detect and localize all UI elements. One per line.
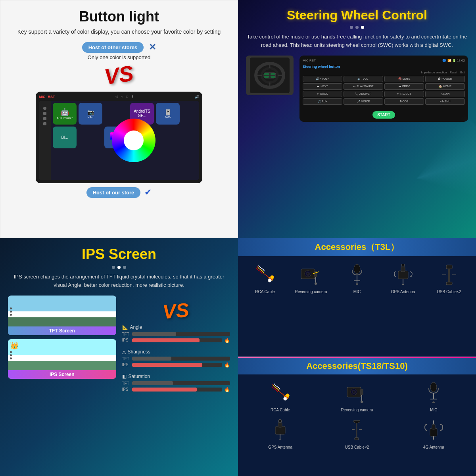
- sharpness-tft-label: TFT: [122, 357, 130, 361]
- steering-wheel-svg: [250, 58, 290, 93]
- volume-icon: 🔊: [195, 95, 199, 99]
- ts18-4g-item: 4G Antenna: [397, 416, 470, 450]
- swc-navi: △ NAVI: [425, 91, 465, 97]
- tft-sat-track: [132, 381, 230, 385]
- swc-mic-label: MIC RST: [303, 59, 316, 62]
- tft-screen-label: TFT Screen: [8, 326, 116, 335]
- app-icon-aux: 🎚️ AUX: [156, 103, 180, 125]
- swc-title: Steering wheel button: [303, 65, 465, 69]
- ips-dot-1: [112, 266, 115, 269]
- svg-rect-33: [446, 265, 452, 269]
- svg-point-13: [271, 276, 274, 279]
- svg-point-23: [354, 264, 360, 274]
- ts18-mic-icon: [420, 379, 447, 405]
- svg-point-39: [286, 394, 289, 397]
- device-sidebar: [39, 101, 51, 180]
- rst-label: RST: [48, 95, 55, 99]
- sharpness-ips-label: IPS: [122, 363, 130, 367]
- tft-sat-fill: [132, 381, 173, 385]
- swc-menu: ≡ MENU: [425, 98, 465, 105]
- t3l-camera-icon: [297, 261, 325, 287]
- acc-section-ts18: Accessories(TS18/TS10): [238, 358, 476, 476]
- gps-svg-t3l: [392, 263, 414, 285]
- ts18-title: Accessories(TS18/TS10): [238, 358, 476, 374]
- t3l-mic-icon: [343, 261, 371, 287]
- crown-icon: 👑: [10, 341, 19, 350]
- color-wheel-center: [124, 131, 144, 150]
- device-top-bar: MIC RST ◁ ○ □ ⬆ 🔊: [39, 95, 199, 99]
- saturation-emoji: 🔥: [224, 387, 230, 392]
- steering-content: MIC RST 🔵 📶 🔋 13:02 Steering wheel butto…: [246, 56, 468, 122]
- tft-sidebar-dots: [10, 307, 12, 316]
- 4g-svg-ts18: [423, 418, 445, 440]
- t3l-camera-item: Reversing camera: [290, 261, 332, 294]
- angle-icon: 📐: [122, 324, 128, 330]
- swc-device: MIC RST 🔵 📶 🔋 13:02 Steering wheel butto…: [299, 56, 468, 122]
- swc-time: 🔵 📶 🔋 13:02: [442, 59, 465, 62]
- x-mark-icon: ✕: [149, 42, 156, 52]
- svg-rect-29: [401, 267, 405, 272]
- panel-steering: Steering Wheel Control Take control of t…: [238, 0, 476, 238]
- nav-icon-back: ◁: [115, 95, 118, 99]
- color-wheel: [112, 119, 155, 162]
- ips-angle-fill: [132, 338, 200, 342]
- angle-ips-row: IPS 🔥: [122, 338, 230, 343]
- swc-reject: ✂ REJECT: [384, 91, 424, 97]
- host-store-bottom: Host of our store ✔: [8, 187, 230, 198]
- chart-sharpness: △ Sharpness TFT IPS: [122, 349, 230, 368]
- start-button[interactable]: START: [372, 111, 395, 119]
- swc-back: ↩ BACK: [303, 91, 342, 97]
- ips-sat-fill: [132, 388, 197, 392]
- t3l-items: RCA Cable: [244, 261, 470, 294]
- device-screen: MIC RST ◁ ○ □ ⬆ 🔊: [36, 92, 202, 183]
- ips-sharp-track: [132, 363, 223, 367]
- saturation-ips-label: IPS: [122, 387, 130, 392]
- device-content: 🤖 APK installer 📷 Ca... AndroiTS GP...: [51, 101, 199, 180]
- tft-bar-label: TFT: [122, 332, 130, 336]
- ips-dot-3: [123, 266, 126, 269]
- t3l-mic-name: MIC: [353, 289, 361, 294]
- saturation-tft-label: TFT: [122, 381, 130, 386]
- swc-buttons-grid: 🔊+ VOL+ 🔉- VOL- 🔇 MUTE ⏻ POWER ⏭ NEXT ⏯ …: [303, 76, 465, 105]
- svg-point-14: [268, 279, 271, 282]
- ips-screen-label: IPS Screen: [8, 370, 116, 379]
- t3l-usb-item: USB Cable×2: [428, 261, 470, 294]
- color-wheel-ring: [112, 119, 155, 162]
- nav-icon-forward: ⬆: [131, 95, 134, 99]
- mic-label: MIC: [39, 95, 46, 99]
- panel-accessories: Accessories（T3L）: [238, 238, 476, 476]
- svg-point-30: [401, 264, 405, 267]
- device-screen-inner: 🤖 APK installer 📷 Ca... AndroiTS GP...: [39, 101, 199, 180]
- rca-cable-svg-ts18: [269, 380, 292, 404]
- button-light-subtitle: Key support a variety of color display, …: [8, 28, 230, 36]
- other-store-badge: Host of other stores: [82, 42, 144, 53]
- dot-2: [355, 26, 359, 29]
- ts18-camera-icon: [343, 379, 371, 405]
- svg-rect-58: [355, 438, 359, 440]
- t3l-gps-name: GPS Antenna: [391, 289, 415, 294]
- sharpness-icon: △: [122, 349, 126, 355]
- screens-column: TFT Screen 👑 IPS Screen: [8, 296, 116, 402]
- t3l-title: Accessories（T3L）: [238, 238, 476, 256]
- swc-answer: 📞 ANSWER: [344, 91, 383, 97]
- ips-sat-track: [132, 388, 223, 392]
- ts18-mic-item: MIC: [397, 379, 470, 413]
- ips-dots: [8, 266, 230, 269]
- svg-point-64: [433, 440, 434, 440]
- ts18-items-row1: RCA Cable: [244, 379, 470, 413]
- swc-power: ⏻ POWER: [425, 76, 465, 82]
- steering-dots: [246, 26, 468, 29]
- main-grid: Button light Key support a variety of co…: [0, 0, 476, 476]
- svg-point-40: [284, 397, 287, 400]
- ts18-usb-name: USB Cable×2: [345, 445, 369, 450]
- svg-point-27: [356, 283, 358, 285]
- ips-dot-2: [117, 266, 121, 269]
- ts18-camera-name: Reversing camera: [341, 407, 373, 413]
- angle-emoji: 🔥: [224, 338, 230, 343]
- sidebar-dot-4: [43, 122, 46, 125]
- ips-title: IPS Screen: [8, 246, 230, 263]
- ts18-mic-name: MIC: [430, 407, 437, 413]
- angle-label: 📐 Angle: [122, 324, 230, 330]
- svg-point-54: [278, 419, 282, 422]
- ips-angle-track: [132, 338, 223, 342]
